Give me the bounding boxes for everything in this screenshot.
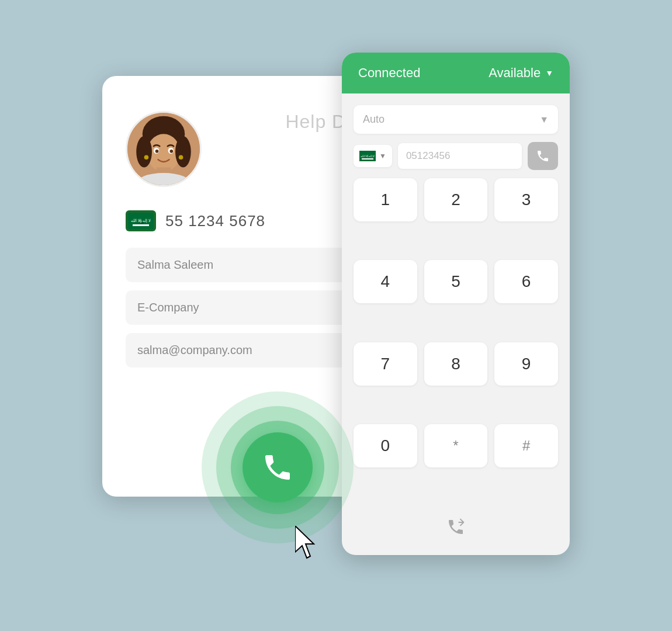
call-fab-wrap [202,391,354,543]
svg-text:لا إله إلا الله: لا إله إلا الله [361,155,375,158]
country-flag-sa: 🇸🇦 لا إله إلا الله [126,210,156,231]
svg-point-3 [136,136,152,167]
dial-key-9[interactable]: 9 [494,342,558,386]
call-small-button[interactable] [528,142,558,170]
transfer-icon [446,518,465,536]
auto-select-label: Auto [363,113,385,126]
flag-dropdown-icon: ▼ [379,152,386,160]
phone-number-row: 🇸🇦 لا إله إلا الله 55 1234 5678 [126,210,265,231]
dial-key-5[interactable]: 5 [424,260,488,303]
dial-key-4[interactable]: 4 [354,260,417,303]
dial-key-8[interactable]: 8 [424,342,488,386]
dialer-card: Connected Available ▼ Auto ▼ لا إله إلا … [342,53,570,555]
svg-rect-19 [362,158,373,160]
flag-sa-small: لا إله إلا الله [359,151,376,161]
main-scene: Help Desk [102,53,570,578]
contact-phone: 55 1234 5678 [165,212,265,230]
dial-grid: 1 2 3 4 5 6 7 8 9 0 * # [354,178,558,499]
dial-key-3[interactable]: 3 [494,178,558,221]
dial-key-star[interactable]: * [424,424,488,467]
auto-select-chevron-icon: ▼ [539,115,549,125]
dialer-footer [342,505,570,555]
contact-company-field: E-Company [126,290,371,325]
phone-small-icon [536,149,550,163]
svg-text:لا إله إلا الله: لا إله إلا الله [131,219,150,223]
flag-selector[interactable]: لا إله إلا الله ▼ [354,145,392,167]
dialer-body: Auto ▼ لا إله إلا الله ▼ 05123456 [342,93,570,505]
svg-point-4 [175,136,191,167]
connection-status: Connected [358,65,420,81]
availability-label: Available [489,65,541,81]
auto-select[interactable]: Auto ▼ [354,105,558,134]
svg-point-10 [169,150,173,153]
avatar-image [127,111,200,187]
svg-point-2 [147,134,180,172]
phone-input-row: لا إله إلا الله ▼ 05123456 [354,142,558,170]
svg-point-12 [179,155,183,160]
contact-email-field: salma@company.com [126,333,371,367]
call-fab-button[interactable] [243,432,313,502]
avatar [126,111,202,187]
dial-key-2[interactable]: 2 [424,178,488,221]
transfer-button[interactable] [435,511,476,543]
call-fab-phone-icon [261,451,294,484]
availability-selector[interactable]: Available ▼ [489,65,553,81]
phone-input[interactable]: 05123456 [398,143,522,169]
dial-key-1[interactable]: 1 [354,178,417,221]
dial-key-6[interactable]: 6 [494,260,558,303]
dial-key-7[interactable]: 7 [354,342,417,386]
availability-chevron-icon: ▼ [545,68,553,78]
dialer-header: Connected Available ▼ [342,53,570,93]
contact-name-field: Salma Saleem [126,248,371,282]
dial-key-hash[interactable]: # [494,424,558,467]
dial-key-0[interactable]: 0 [354,424,417,467]
svg-point-9 [155,150,159,153]
svg-point-11 [144,155,149,160]
